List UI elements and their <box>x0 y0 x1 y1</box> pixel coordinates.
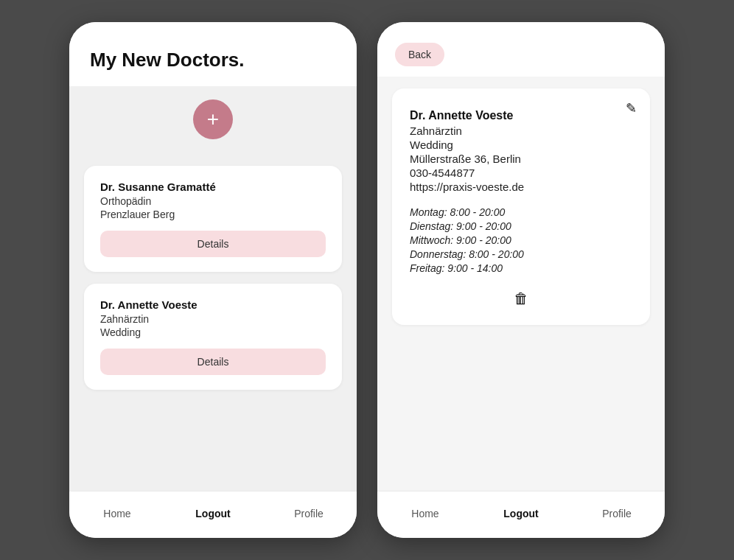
doctor-location-2: Wedding <box>100 326 326 338</box>
bottom-nav-screen2: Home Logout Profile <box>377 491 665 538</box>
details-button-1[interactable]: Details <box>100 231 326 257</box>
nav-logout-screen1[interactable]: Logout <box>165 508 261 519</box>
add-doctor-button[interactable]: + <box>193 99 233 139</box>
hours-friday: Freitag: 9:00 - 14:00 <box>410 262 632 274</box>
doctor-detail-card: ✎ Dr. Annette Voeste Zahnärztin Wedding … <box>392 88 650 325</box>
doctor-specialty-1: Orthopädin <box>100 195 326 207</box>
doctor-card-2: Dr. Annette Voeste Zahnärztin Wedding De… <box>84 284 342 390</box>
doctor-card-1: Dr. Susanne Gramatté Orthopädin Prenzlau… <box>84 166 342 272</box>
nav-home-screen2[interactable]: Home <box>377 508 473 519</box>
detail-doctor-name: Dr. Annette Voeste <box>410 109 632 122</box>
delete-icon[interactable]: 🗑 <box>514 290 528 307</box>
doctor-list: Dr. Susanne Gramatté Orthopädin Prenzlau… <box>69 153 357 491</box>
hours-tuesday: Dienstag: 9:00 - 20:00 <box>410 220 632 232</box>
hours-wednesday: Mittwoch: 9:00 - 20:00 <box>410 234 632 246</box>
delete-icon-row: 🗑 <box>410 290 632 307</box>
screen2-phone-frame: Back ✎ Dr. Annette Voeste Zahnärztin Wed… <box>377 22 665 538</box>
hours-thursday: Donnerstag: 8:00 - 20:00 <box>410 248 632 260</box>
doctor-specialty-2: Zahnärztin <box>100 313 326 325</box>
screen2-content: ✎ Dr. Annette Voeste Zahnärztin Wedding … <box>377 77 665 491</box>
hours-section: Montag: 8:00 - 20:00 Dienstag: 9:00 - 20… <box>410 206 632 274</box>
hours-monday: Montag: 8:00 - 20:00 <box>410 206 632 218</box>
screen1-phone-frame: My New Doctors. + Dr. Susanne Gramatté O… <box>69 22 357 538</box>
details-button-2[interactable]: Details <box>100 349 326 375</box>
add-bar: + <box>69 86 357 153</box>
nav-logout-screen2[interactable]: Logout <box>473 508 569 519</box>
detail-doctor-specialty: Zahnärztin <box>410 125 632 137</box>
detail-doctor-address: Müllerstraße 36, Berlin <box>410 153 632 165</box>
edit-icon[interactable]: ✎ <box>626 100 637 116</box>
detail-doctor-location: Wedding <box>410 139 632 151</box>
detail-doctor-website: https://praxis-voeste.de <box>410 181 632 193</box>
nav-profile-screen1[interactable]: Profile <box>261 508 357 519</box>
doctor-name-2: Dr. Annette Voeste <box>100 298 326 311</box>
bottom-nav-screen1: Home Logout Profile <box>69 491 357 538</box>
doctor-location-1: Prenzlauer Berg <box>100 209 326 220</box>
nav-home-screen1[interactable]: Home <box>69 508 165 519</box>
detail-doctor-phone: 030-4544877 <box>410 167 632 179</box>
back-button[interactable]: Back <box>395 43 444 66</box>
screen2-header: Back <box>377 22 665 77</box>
page-title: My New Doctors. <box>90 49 336 71</box>
nav-profile-screen2[interactable]: Profile <box>569 508 665 519</box>
screens-container: My New Doctors. + Dr. Susanne Gramatté O… <box>55 7 679 553</box>
screen1-header: My New Doctors. <box>69 22 357 86</box>
doctor-name-1: Dr. Susanne Gramatté <box>100 181 326 193</box>
plus-icon: + <box>207 109 219 130</box>
